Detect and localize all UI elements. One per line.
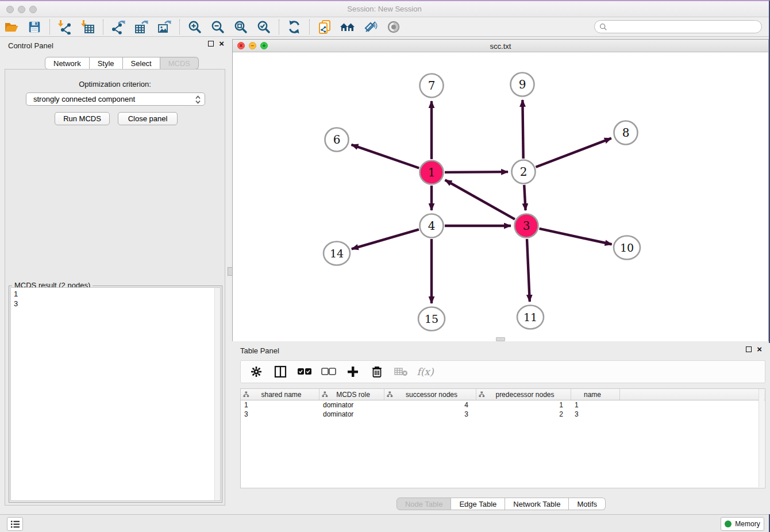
column-header-mcds-role[interactable]: MCDS role [319, 389, 384, 400]
result-scrollbar[interactable] [214, 288, 220, 500]
tab-edge-table[interactable]: Edge Table [451, 498, 505, 510]
network-canvas[interactable]: 7968124314101511 [233, 52, 768, 341]
graph-edge-2-9[interactable] [522, 100, 523, 159]
memory-button[interactable]: Memory [721, 517, 764, 531]
toolbar-separator [179, 20, 180, 34]
table-row[interactable]: 1dominator411 [241, 400, 765, 410]
table-panel-title: Table Panel [240, 346, 279, 355]
columns-icon [274, 365, 287, 378]
neighbors-button[interactable] [336, 18, 359, 36]
tab-select[interactable]: Select [123, 57, 160, 70]
duplicate-network-icon [317, 20, 332, 34]
add-column-button[interactable] [345, 364, 360, 379]
table-cell: 3 [571, 410, 620, 419]
graph-node-label-8: 8 [622, 126, 630, 140]
column-header-shared-name[interactable]: shared name [241, 389, 319, 400]
import-table-button[interactable] [76, 18, 99, 36]
network-window-titlebar[interactable]: scc.txt [233, 40, 768, 52]
graph-edge-2-8[interactable] [536, 138, 611, 167]
table-settings-button[interactable] [249, 364, 264, 379]
zoom-fit-button[interactable] [229, 18, 252, 36]
table-row[interactable]: 3dominator323 [241, 410, 765, 419]
graph-edge-1-6[interactable] [352, 145, 419, 168]
export-image-icon [157, 20, 172, 34]
node-table: shared name MCDS role successor nodes pr… [240, 388, 765, 488]
export-network-icon [111, 20, 126, 34]
criterion-value: strongly connected component [33, 95, 135, 103]
graph-edge-4-14[interactable] [352, 229, 419, 249]
table-cell: dominator [319, 410, 384, 419]
refresh-button[interactable] [283, 18, 306, 36]
export-network-button[interactable] [107, 18, 130, 36]
control-panel-close-icon[interactable] [219, 41, 224, 47]
mcds-panel-body: Optimization criterion: strongly connect… [5, 69, 225, 506]
fx-icon: f(x) [417, 366, 433, 377]
deselect-all-rows-button[interactable] [321, 364, 336, 379]
import-network-icon [57, 20, 72, 34]
control-panel-float-icon[interactable] [208, 41, 214, 47]
toolbar-separator [49, 20, 50, 34]
zoom-out-button[interactable] [206, 18, 229, 36]
tab-network[interactable]: Network [45, 57, 90, 70]
main-toolbar [0, 17, 769, 37]
select-all-rows-button[interactable] [297, 364, 312, 379]
duplicate-network-button[interactable] [313, 18, 336, 36]
control-panel-tabs: Network Style Select MCDS [45, 57, 199, 70]
run-mcds-button[interactable]: Run MCDS [55, 112, 110, 125]
search-icon [599, 23, 607, 31]
column-header-successor-nodes[interactable]: successor nodes [384, 389, 476, 400]
graph-node-label-3: 3 [523, 219, 530, 233]
table-panel-float-icon[interactable] [746, 346, 752, 352]
network-bottom-grip[interactable] [496, 337, 505, 341]
table-toolbar: f(x) [240, 360, 765, 383]
open-session-button[interactable] [0, 18, 23, 36]
table-panel: Table Panel [232, 343, 770, 514]
tab-style[interactable]: Style [90, 57, 123, 70]
graph-edge-2-3[interactable] [524, 185, 525, 210]
task-history-button[interactable] [7, 517, 23, 531]
tab-motifs[interactable]: Motifs [569, 498, 606, 510]
column-layout-button[interactable] [273, 364, 288, 379]
criterion-select[interactable]: strongly connected component [26, 92, 205, 106]
delete-column-button[interactable] [369, 364, 384, 379]
save-session-button[interactable] [23, 18, 46, 36]
export-table-button[interactable] [130, 18, 153, 36]
tab-node-table[interactable]: Node Table [396, 498, 452, 510]
network-window-title: scc.txt [233, 42, 768, 51]
column-header-name[interactable]: name [571, 389, 620, 400]
preview-eye-button[interactable] [382, 18, 405, 36]
export-image-button[interactable] [153, 18, 176, 36]
status-bar: Memory [0, 514, 769, 532]
delete-table-button[interactable] [394, 364, 409, 379]
tab-network-table[interactable]: Network Table [505, 498, 569, 510]
search-input[interactable] [611, 22, 757, 32]
mcds-result-groupbox: MCDS result (2 nodes) 1 3 [9, 286, 222, 503]
import-network-button[interactable] [53, 18, 76, 36]
function-builder-button[interactable]: f(x) [418, 364, 433, 379]
graph-edge-3-11[interactable] [527, 239, 530, 302]
table-scrollbar[interactable] [759, 389, 764, 487]
graph-node-label-10: 10 [620, 241, 634, 254]
tab-mcds[interactable]: MCDS [160, 57, 199, 70]
memory-label: Memory [735, 520, 760, 528]
graph-edge-3-10[interactable] [539, 229, 611, 244]
graph-node-label-4: 4 [428, 219, 436, 233]
refresh-icon [287, 20, 302, 34]
tree-icon [322, 391, 328, 398]
table-cell: 3 [384, 410, 476, 419]
optimization-criterion-label: Optimization criterion: [5, 80, 225, 88]
network-window: scc.txt 7968124314101511 [232, 39, 769, 341]
graph-edge-3-1[interactable] [445, 180, 515, 219]
zoom-in-button[interactable] [183, 18, 206, 36]
mcds-result-text[interactable]: 1 3 [10, 287, 221, 501]
table-cell: 1 [571, 400, 620, 410]
column-header-predecessor-nodes[interactable]: predecessor nodes [476, 389, 571, 400]
zoom-fit-icon [233, 20, 248, 34]
graph-edges [352, 100, 612, 303]
label-visibility-button[interactable] [359, 18, 382, 36]
zoom-selected-button[interactable] [252, 18, 275, 36]
toolbar-search[interactable] [594, 20, 762, 33]
graph-edge-1-2[interactable] [445, 172, 508, 172]
close-panel-button[interactable]: Close panel [118, 112, 178, 125]
table-panel-close-icon[interactable] [757, 346, 762, 352]
